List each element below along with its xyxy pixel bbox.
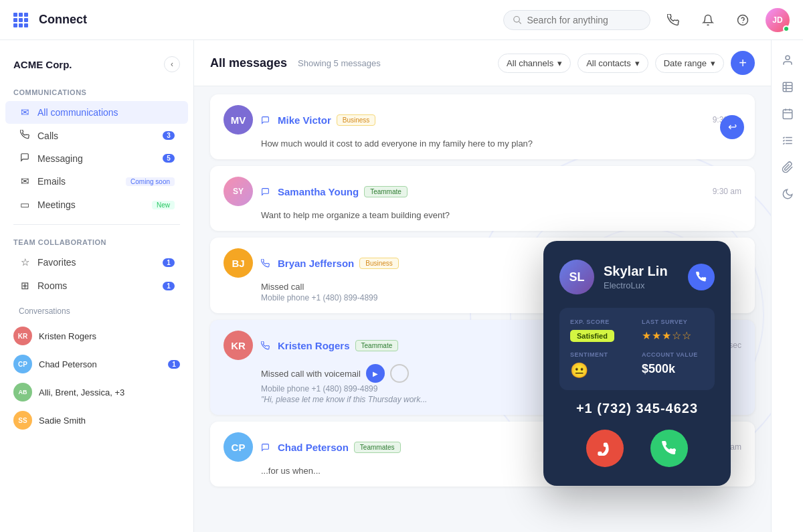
collapse-button[interactable]: ‹: [164, 56, 180, 72]
conv-avatar-chad: CP: [13, 355, 32, 373]
account-value: $500k: [642, 362, 704, 376]
phone-icon-button[interactable]: [661, 8, 685, 32]
sidebar: ACME Corp. ‹ Communications ✉ All commun…: [0, 40, 194, 532]
conv-alli-group[interactable]: AB Alli, Brent, Jessica, +3: [0, 378, 193, 406]
call-popup-phone-button[interactable]: [688, 264, 715, 290]
msg-info-mike: Mike Victor Business: [261, 114, 705, 126]
last-survey-block: LAST SURVEY ★★★☆☆: [642, 319, 704, 342]
conv-sadie-smith[interactable]: SS Sadie Smith: [0, 406, 193, 434]
sidebar-item-label: All communications: [37, 107, 175, 118]
tasks-rail-icon[interactable]: [776, 128, 800, 153]
msg-name-row-samantha: Samantha Young Teammate: [261, 186, 705, 197]
emails-badge: Coming soon: [126, 177, 175, 186]
rooms-icon: ⊞: [19, 280, 31, 292]
emails-label: Emails: [37, 176, 119, 187]
calendar-rail-icon[interactable]: [776, 102, 800, 126]
search-input[interactable]: [527, 15, 640, 25]
call-popup: SL Skylar Lin ElectroLux EXP. SCORE Sati…: [543, 241, 731, 486]
sidebar-item-favorites[interactable]: ☆ Favorites 1: [5, 251, 188, 274]
msg-avatar-mike: MV: [224, 105, 253, 135]
search-bar[interactable]: [503, 10, 650, 30]
caller-avatar: SL: [559, 260, 594, 294]
play-button[interactable]: ▶: [366, 364, 385, 383]
table-rail-icon[interactable]: [776, 75, 800, 99]
caller-name: Skylar Lin: [604, 264, 668, 279]
favorites-icon: ☆: [19, 256, 31, 268]
sentiment-emoji: 😐: [570, 362, 588, 379]
calls-badge: 3: [163, 131, 175, 140]
contacts-rail-icon[interactable]: [776, 48, 800, 72]
decline-call-button[interactable]: [586, 430, 624, 467]
msg-name-chad: Chad Peterson: [278, 442, 349, 453]
communications-section-title: Communications: [0, 83, 193, 100]
svg-point-4: [786, 56, 790, 60]
sidebar-item-messaging[interactable]: Messaging 5: [5, 147, 188, 169]
filter-date-range[interactable]: Date range ▾: [655, 54, 724, 73]
message-type-icon-mike: [261, 116, 270, 124]
message-type-icon-chad: [261, 443, 270, 452]
help-icon-button[interactable]: [731, 8, 755, 32]
reply-button-mike[interactable]: ↩: [720, 115, 744, 139]
sidebar-item-meetings[interactable]: ▭ Meetings New: [5, 193, 188, 216]
add-button[interactable]: +: [731, 51, 755, 75]
search-icon: [513, 15, 521, 25]
conv-kristen-rogers[interactable]: KR Kristen Rogers: [0, 322, 193, 350]
meetings-label: Meetings: [37, 199, 145, 210]
emails-icon: ✉: [19, 175, 31, 187]
msg-text-samantha: Want to help me organize a team building…: [224, 210, 741, 220]
app-name: Connect: [39, 13, 87, 27]
bell-icon-button[interactable]: [696, 8, 720, 32]
chevron-down-icon: ▾: [557, 58, 562, 68]
svg-line-1: [519, 21, 521, 23]
meetings-badge: New: [152, 201, 175, 209]
rooms-label: Rooms: [37, 280, 156, 291]
navbar-actions: JD: [661, 8, 790, 32]
svg-point-0: [514, 16, 520, 22]
account-value-label: ACCOUNT VALUE: [642, 351, 704, 358]
missed-call-text: Missed call with voicemail: [261, 369, 361, 379]
msg-header-mike: MV Mike Victor Business 9:30 am: [224, 105, 741, 135]
filter-all-contacts[interactable]: All contacts ▾: [577, 54, 648, 73]
msg-badge-samantha: Teammate: [364, 186, 408, 197]
message-card-samantha[interactable]: SY Samantha Young Teammate 9:30 am Want …: [210, 166, 755, 231]
sidebar-divider: [13, 224, 180, 225]
accept-call-button[interactable]: [650, 430, 688, 467]
conv-name-chad: Chad Peterson: [39, 359, 161, 369]
rooms-badge: 1: [163, 282, 175, 290]
app-logo: Connect: [39, 13, 87, 27]
conv-name-kristen: Kristen Rogers: [39, 331, 180, 341]
caller-stats: EXP. SCORE Satisfied LAST SURVEY ★★★☆☆ S…: [559, 308, 715, 390]
message-type-icon-samantha: [261, 187, 270, 196]
sidebar-item-all-communications[interactable]: ✉ All communications: [5, 101, 188, 124]
call-type-icon-kristen: [261, 341, 270, 350]
sidebar-item-emails[interactable]: ✉ Emails Coming soon: [5, 170, 188, 193]
conv-avatar-alli: AB: [13, 383, 32, 402]
sidebar-item-rooms[interactable]: ⊞ Rooms 1: [5, 274, 188, 297]
sidebar-item-calls[interactable]: Calls 3: [5, 124, 188, 147]
meetings-icon: ▭: [19, 199, 31, 211]
call-action-buttons: [559, 430, 715, 467]
filter-all-channels[interactable]: All channels ▾: [498, 54, 571, 73]
conv-name-sadie: Sadie Smith: [39, 416, 180, 426]
chevron-down-icon-2: ▾: [635, 58, 640, 68]
main-layout: ACME Corp. ‹ Communications ✉ All commun…: [0, 40, 803, 532]
user-avatar[interactable]: JD: [766, 8, 790, 32]
sentiment-label: SENTIMENT: [570, 351, 632, 358]
grid-icon[interactable]: [13, 13, 28, 27]
all-comm-icon: ✉: [19, 106, 31, 118]
voice-indicator: [390, 364, 409, 383]
attach-rail-icon[interactable]: [776, 155, 800, 179]
message-card-mike-victor[interactable]: MV Mike Victor Business 9:30 am How much…: [210, 94, 755, 159]
msg-badge-mike: Business: [337, 114, 376, 126]
chad-badge: 1: [168, 360, 180, 369]
svg-rect-5: [783, 82, 792, 92]
filter-date-label: Date range: [664, 58, 707, 68]
msg-header-samantha: SY Samantha Young Teammate 9:30 am: [224, 177, 741, 206]
moon-rail-icon[interactable]: [776, 182, 800, 206]
conv-avatar-kristen: KR: [13, 327, 32, 345]
filter-buttons: All channels ▾ All contacts ▾ Date range…: [498, 51, 755, 75]
messaging-badge: 5: [163, 154, 175, 163]
msg-name-samantha: Samantha Young: [278, 186, 359, 197]
msg-avatar-samantha: SY: [224, 177, 253, 206]
conv-chad-peterson[interactable]: CP Chad Peterson 1: [0, 350, 193, 378]
